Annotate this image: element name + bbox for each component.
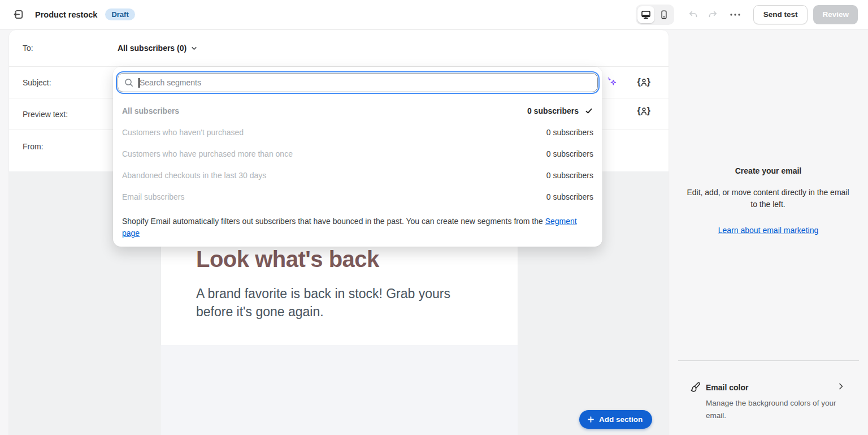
segment-option[interactable]: Customers who have purchased more than o… <box>113 143 602 165</box>
text-cursor <box>138 78 140 88</box>
subject-label: Subject: <box>9 78 118 87</box>
magic-sparkle-icon <box>606 76 618 88</box>
more-dots-icon <box>729 9 741 20</box>
segment-option[interactable]: All subscribers 0 subscribers <box>113 100 602 122</box>
exit-icon <box>12 8 24 20</box>
preview-text-label: Preview text: <box>9 110 118 119</box>
add-section-button[interactable]: Add section <box>579 410 652 429</box>
check-icon <box>584 106 593 115</box>
undo-button[interactable] <box>685 7 701 23</box>
to-row: To: All subscribers (0) <box>9 30 669 67</box>
chevron-right-icon[interactable] <box>836 382 845 391</box>
email-footer-section[interactable] <box>161 345 518 435</box>
email-color-description: Manage the background colors of your ema… <box>706 397 837 421</box>
learn-email-marketing-link[interactable]: Learn about email marketing <box>718 226 818 235</box>
device-preview-toggle <box>636 5 674 25</box>
sidebar-divider <box>678 360 859 361</box>
segment-dropdown: All subscribers 0 subscribers Customers … <box>113 67 602 247</box>
segment-option[interactable]: Email subscribers 0 subscribers <box>113 186 602 208</box>
desktop-view-button[interactable] <box>637 6 654 23</box>
email-preview-section[interactable]: Look what's back A brand favorite is bac… <box>161 238 518 345</box>
right-sidebar: Create your email Edit, add, or move con… <box>669 30 868 435</box>
from-label: From: <box>9 142 118 151</box>
personalization-button-subject[interactable]: { } <box>637 77 650 87</box>
segment-option[interactable]: Abandoned checkouts in the last 30 days … <box>113 165 602 186</box>
shopify-email-editor: Product restock Draft <box>0 0 868 435</box>
to-label: To: <box>9 44 118 53</box>
workspace: To: All subscribers (0) Subject: <box>0 30 868 435</box>
person-icon <box>641 107 647 115</box>
exit-button[interactable] <box>9 6 27 24</box>
status-badge: Draft <box>105 8 134 20</box>
segment-option[interactable]: Customers who haven't purchased 0 subscr… <box>113 122 602 143</box>
plus-icon <box>587 416 594 423</box>
search-segments-input[interactable] <box>118 73 598 92</box>
mobile-icon <box>658 9 670 20</box>
to-selected-value: All subscribers (0) <box>118 44 186 53</box>
paintbrush-icon <box>689 381 701 393</box>
redo-icon <box>707 9 718 20</box>
segment-search <box>118 73 598 92</box>
personalization-button-preview[interactable]: { } <box>637 106 650 115</box>
undo-icon <box>688 9 699 20</box>
mobile-view-button[interactable] <box>656 6 672 23</box>
segment-option-list: All subscribers 0 subscribers Customers … <box>113 100 602 208</box>
email-heading[interactable]: Look what's back <box>196 247 379 272</box>
chevron-down-icon <box>190 45 198 52</box>
ai-generate-button[interactable] <box>605 75 619 89</box>
person-icon <box>641 78 647 87</box>
topbar: Product restock Draft <box>0 0 868 29</box>
review-button: Review <box>813 5 858 24</box>
send-test-button[interactable]: Send test <box>753 5 808 24</box>
segment-dropdown-footer: Shopify Email automatically filters out … <box>113 208 602 239</box>
redo-button[interactable] <box>705 7 721 23</box>
sidebar-description: Edit, add, or move content directly in t… <box>683 187 853 210</box>
sidebar-title: Create your email <box>669 166 868 175</box>
to-segment-selector[interactable]: All subscribers (0) <box>118 44 198 53</box>
more-actions-button[interactable] <box>726 6 744 24</box>
email-body-text[interactable]: A brand favorite is back in stock! Grab … <box>196 285 467 321</box>
email-color-title[interactable]: Email color <box>706 383 748 392</box>
desktop-icon <box>640 9 652 20</box>
page-title: Product restock <box>35 10 97 19</box>
